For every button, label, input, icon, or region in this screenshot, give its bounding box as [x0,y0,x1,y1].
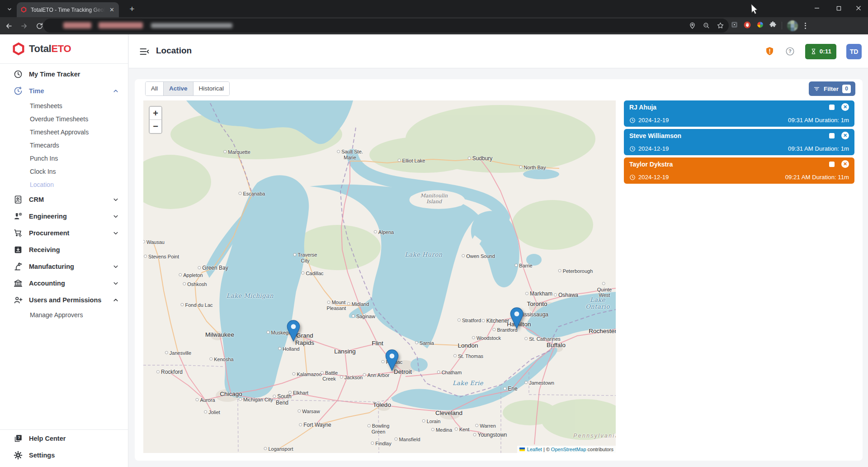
sidebar-item-help-center[interactable]: ?Help Center [0,430,128,447]
totaleto-logo-icon [12,42,25,56]
dismiss-button[interactable]: ✕ [841,132,849,139]
location-permission-icon[interactable] [689,22,696,29]
address-bar[interactable] [43,19,729,33]
zoom-page-icon[interactable] [703,22,710,29]
sidebar-item-label: CRM [29,196,44,203]
clock-in-time: 09:31 AM Duration: 1m [788,145,849,152]
active-timer-chip[interactable]: 0:11 [805,44,836,59]
help-icon: ? [13,434,23,443]
app-root: TotalETO My Time TrackerTimeTimesheetsOv… [0,34,868,467]
ukraine-flag-icon [519,448,525,451]
tab-all[interactable]: All [146,82,163,95]
clock-in-date: 2024-12-19 [638,145,669,152]
help-icon[interactable]: ? [785,46,795,57]
sidebar-item-accounting[interactable]: Accounting [0,275,128,291]
stop-button[interactable] [829,105,835,110]
security-warning-icon[interactable] [764,46,775,57]
stop-button[interactable] [829,133,835,138]
chevron-down-icon [112,195,120,204]
tab-search-button[interactable] [4,3,15,15]
clock-in-card: Taylor Dykstra ✕ 2024-12-19 09:21 AM Dur… [624,157,854,184]
back-button[interactable] [2,19,15,33]
sidebar-item-time[interactable]: Time [0,82,128,99]
clock-in-card: RJ Ahuja ✕ 2024-12-19 09:31 AM Duration:… [624,100,854,127]
timer-value: 0:11 [820,48,831,55]
sidebar-subitem-punch-ins[interactable]: Punch Ins [0,152,128,165]
clock-in-card: Steve Williamson ✕ 2024-12-19 09:31 AM D… [624,129,854,155]
sidebar-subitem-location[interactable]: Location [0,178,128,191]
forward-icon [20,22,28,30]
sidebar-item-manufacturing[interactable]: Manufacturing [0,258,128,275]
sidebar-item-label: Engineering [29,213,67,220]
clock-in-date: 2024-12-19 [638,117,669,124]
mouse-cursor [750,4,758,16]
forward-button[interactable] [17,19,31,33]
map-marker-2[interactable] [385,349,399,373]
users-icon [13,295,23,305]
stop-button[interactable] [829,162,835,167]
tab-active[interactable]: Active [163,82,193,95]
dismiss-button[interactable]: ✕ [841,103,849,111]
bookmark-star-icon[interactable] [717,22,724,29]
browser-tab-active[interactable]: TotalETO - Time Tracking Geolo ✕ [17,2,119,17]
browser-profile-avatar[interactable] [787,20,798,31]
receiving-icon [13,245,23,255]
leaflet-link[interactable]: Leaflet [527,447,542,452]
sidebar-collapse-button[interactable] [139,46,150,57]
browser-toolbar [0,17,868,34]
zoom-in-button[interactable]: + [150,107,161,120]
chevron-down-icon [7,6,12,12]
browser-menu-icon[interactable] [803,21,808,31]
leaflet-map[interactable]: MarquetteSault Ste. MarieSudburyElliot L… [143,100,616,453]
sidebar-item-crm[interactable]: CRM [0,191,128,208]
sidebar-item-procurement[interactable]: Procurement [0,224,128,241]
window-minimize-button[interactable] [807,0,827,16]
clock-icon [629,117,636,124]
adblock-extension-icon[interactable] [743,21,751,31]
osm-link[interactable]: OpenStreetMap [551,447,586,452]
sidebar-item-receiving[interactable]: Receiving [0,241,128,258]
sidebar-item-users-and-permissions[interactable]: Users and Permissions [0,291,128,308]
hourglass-icon [810,48,817,55]
zoom-out-button[interactable]: − [150,120,161,133]
photos-extension-icon[interactable] [756,21,764,30]
filter-icon [813,86,820,92]
sidebar-subitem-manage-approvers[interactable]: Manage Approvers [0,308,128,321]
sidebar-item-settings[interactable]: Settings [0,447,128,463]
redacted-url-segment [63,22,91,29]
extension-icon[interactable] [731,21,738,30]
extensions-puzzle-icon[interactable] [769,21,777,30]
map-marker-3[interactable] [510,307,524,331]
tab-close-icon[interactable]: ✕ [108,6,115,14]
sidebar-subitem-timesheets[interactable]: Timesheets [0,99,128,112]
chevron-down-icon [112,229,120,237]
clock-icon [13,69,23,79]
sidebar-subitem-timecards[interactable]: Timecards [0,138,128,152]
filter-button[interactable]: Filter 0 [809,81,855,96]
dismiss-button[interactable]: ✕ [841,160,849,168]
page-title: Location [156,46,192,56]
window-maximize-button[interactable] [828,0,849,16]
sidebar-subitem-clock-ins[interactable]: Clock Ins [0,165,128,178]
sidebar: TotalETO My Time TrackerTimeTimesheetsOv… [0,34,128,467]
app-logo[interactable]: TotalETO [0,34,128,63]
sidebar-subitem-timesheet-approvals[interactable]: Timesheet Approvals [0,125,128,138]
clock-icon [629,174,636,181]
time-icon [13,86,23,96]
user-avatar[interactable]: TD [846,44,862,59]
sidebar-subitem-overdue-timesheets[interactable]: Overdue Timesheets [0,112,128,125]
map-marker-1[interactable] [287,320,300,343]
sidebar-footer: ?Help CenterSettings [0,429,128,467]
sidebar-item-label: Users and Permissions [29,296,101,304]
tab-historical[interactable]: Historical [193,82,230,95]
sidebar-item-my-time-tracker[interactable]: My Time Tracker [0,66,128,82]
manufacturing-icon [13,262,23,272]
new-tab-button[interactable]: + [127,4,137,14]
window-close-button[interactable] [848,0,868,16]
gear-icon [13,450,23,460]
sidebar-item-label: Time [29,87,44,95]
clock-in-time: 09:31 AM Duration: 1m [788,117,849,124]
back-icon [5,22,13,30]
sidebar-item-engineering[interactable]: Engineering [0,208,128,224]
chevron-up-icon [112,87,120,95]
